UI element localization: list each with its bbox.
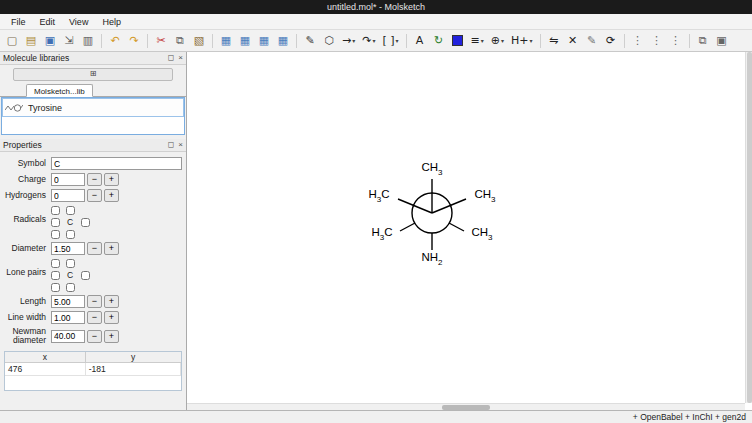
newman-increment-button[interactable]: + (104, 330, 119, 343)
atom-label-lower-right[interactable]: CH3 (470, 226, 493, 241)
open-file-button[interactable]: ▤ (22, 32, 40, 50)
line-style-button[interactable]: ≡▾ (468, 32, 487, 50)
status-bar: + OpenBabel + InChI + gen2d (0, 410, 752, 423)
radical-checkbox[interactable] (51, 230, 60, 239)
text-tool-button[interactable]: A (411, 32, 429, 50)
menu-edit[interactable]: Edit (33, 14, 63, 30)
lone-pair-checkbox[interactable] (51, 283, 60, 292)
newman-diameter-input[interactable] (51, 330, 85, 343)
float-panel-icon[interactable]: ◻ (168, 54, 175, 62)
radical-checkbox[interactable] (66, 230, 75, 239)
undo-button[interactable]: ↶ (106, 32, 124, 50)
symbol-input[interactable] (51, 157, 182, 170)
mechanism-tool-button[interactable]: ↻ (430, 32, 448, 50)
hydrogens-increment-button[interactable]: + (104, 189, 119, 202)
library-list: Tyrosine (1, 97, 185, 135)
redo-button[interactable]: ↷ (125, 32, 143, 50)
color-swatch-button[interactable] (449, 32, 467, 50)
list-item-tyrosine[interactable]: Tyrosine (2, 98, 184, 117)
hydrogens-decrement-button[interactable]: − (87, 189, 102, 202)
import-molecule-button[interactable]: ▦ (255, 32, 273, 50)
lone-pair-checkbox[interactable] (81, 271, 90, 280)
close-panel-icon[interactable]: × (178, 141, 183, 149)
chain-tool-1-button[interactable]: ⋮ (629, 32, 647, 50)
atom-label-upper-left[interactable]: H3C (367, 188, 390, 203)
length-input[interactable] (51, 295, 85, 308)
menu-view[interactable]: View (62, 14, 95, 30)
radical-checkbox[interactable] (51, 206, 60, 215)
print-button[interactable]: ▥ (79, 32, 97, 50)
export-image-button[interactable]: ▦ (236, 32, 254, 50)
horizontal-scrollbar[interactable] (187, 403, 745, 410)
bracket-tool-button[interactable]: [ ]▾ (379, 32, 401, 50)
length-increment-button[interactable]: + (104, 295, 119, 308)
undo-icon: ↶ (110, 35, 119, 46)
insert-image-button[interactable]: ▦ (217, 32, 235, 50)
chain-tool-3-button[interactable]: ⋮ (667, 32, 685, 50)
line-width-decrement-button[interactable]: − (87, 311, 102, 324)
charge-tool-button[interactable]: ⊕▾ (488, 32, 507, 50)
tab-molsketch-lib[interactable]: Molsketch...lib (26, 84, 93, 97)
screen-tool-button[interactable]: ▣ (713, 32, 731, 50)
line-width-increment-button[interactable]: + (104, 311, 119, 324)
copy-button[interactable]: ⧉ (171, 32, 189, 50)
paste-button[interactable]: ▧ (190, 32, 208, 50)
rotate-tool-button[interactable]: ⟳ (602, 32, 620, 50)
newman-decrement-button[interactable]: − (87, 330, 102, 343)
properties-form: Symbol Charge − + Hydrogens (0, 152, 186, 410)
atom-label-top[interactable]: CH3 (420, 161, 443, 176)
curved-arrow-tool-button[interactable]: ↷▾ (359, 32, 378, 50)
hydrogen-tool-button[interactable]: H+▾ (508, 32, 536, 50)
charge-increment-button[interactable]: + (104, 173, 119, 186)
diameter-decrement-button[interactable]: − (87, 242, 102, 255)
length-row: Length − + (4, 295, 182, 308)
close-panel-icon[interactable]: × (178, 54, 183, 62)
import-molecule-icon: ▦ (259, 35, 269, 46)
radical-checkbox[interactable] (81, 218, 90, 227)
delete-tool-button[interactable]: ✕ (564, 32, 582, 50)
charge-input[interactable] (51, 173, 85, 186)
charge-decrement-button[interactable]: − (87, 173, 102, 186)
diameter-increment-button[interactable]: + (104, 242, 119, 255)
drawing-canvas[interactable]: CH3 H3C CH3 H3C CH3 NH2 (187, 52, 752, 410)
vertical-scrollbar-thumb[interactable] (747, 52, 752, 403)
horizontal-scrollbar-thumb[interactable] (442, 405, 490, 410)
atom-label-lower-left[interactable]: H3C (370, 226, 393, 241)
cut-button[interactable]: ✂ (152, 32, 170, 50)
draw-tool-button[interactable]: ✎ (301, 32, 319, 50)
main-content: Molecule libraries ◻ × ⊞ Molsketch...lib (0, 52, 752, 410)
atom-label-upper-right[interactable]: CH3 (473, 188, 496, 203)
coord-x-cell[interactable]: 476 (5, 363, 85, 376)
diameter-input[interactable] (51, 242, 85, 255)
line-width-input[interactable] (51, 311, 85, 324)
export-file-button[interactable]: ⇲ (60, 32, 78, 50)
lone-pair-checkbox[interactable] (66, 259, 75, 268)
flip-tool-button[interactable]: ⇋ (545, 32, 563, 50)
new-file-button[interactable]: ▢ (3, 32, 21, 50)
save-button[interactable]: ▣ (41, 32, 59, 50)
menu-help[interactable]: Help (95, 14, 128, 30)
ring-tool-button[interactable]: ⬡ (320, 32, 338, 50)
export-molecule-button[interactable]: ▦ (274, 32, 292, 50)
radical-checkbox[interactable] (51, 218, 60, 227)
line-width-label: Line width (4, 313, 46, 322)
newman-projection-molecule[interactable]: CH3 H3C CH3 H3C CH3 NH2 (282, 93, 582, 333)
line-width-row: Line width − + (4, 311, 182, 324)
radical-checkbox[interactable] (66, 206, 75, 215)
lone-pair-checkbox[interactable] (51, 271, 60, 280)
coord-y-cell[interactable]: -181 (85, 363, 180, 376)
window-tool-button[interactable]: ⧉ (694, 32, 712, 50)
menu-file[interactable]: File (4, 14, 33, 30)
float-panel-icon[interactable]: ◻ (168, 141, 175, 149)
length-decrement-button[interactable]: − (87, 295, 102, 308)
hydrogens-input[interactable] (51, 189, 85, 202)
arrow-tool-button[interactable]: →▾ (339, 32, 358, 50)
lone-pair-checkbox[interactable] (51, 259, 60, 268)
atom-label-bottom[interactable]: NH2 (420, 251, 443, 266)
library-action-button[interactable]: ⊞ (13, 68, 173, 81)
chain-tool-3-icon: ⋮ (670, 35, 681, 46)
lone-pair-checkbox[interactable] (66, 283, 75, 292)
vertical-scrollbar[interactable] (745, 52, 752, 403)
edit-tool-button[interactable]: ✎ (583, 32, 601, 50)
chain-tool-2-button[interactable]: ⋮ (648, 32, 666, 50)
